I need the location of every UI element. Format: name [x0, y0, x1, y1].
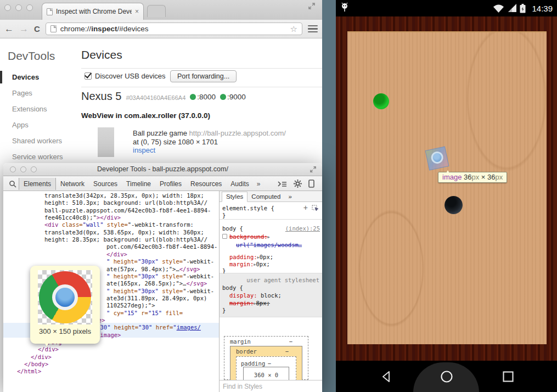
window-controls [4, 4, 33, 11]
sidebar-item-service-workers[interactable]: Service workers [0, 149, 81, 165]
code-line[interactable]: " cy="15" r="15" fill= [106, 310, 183, 317]
expand-window-icon[interactable] [308, 2, 316, 10]
code-line[interactable]: </html> [17, 368, 41, 375]
styles-tab-computed[interactable]: Computed [247, 192, 284, 201]
expand-window-icon[interactable] [310, 166, 317, 173]
devtools-tab-elements[interactable]: Elements [19, 178, 56, 190]
devtools-tab-sources[interactable]: Sources [89, 178, 122, 190]
code-line[interactable]: </div> [106, 251, 127, 258]
game-board[interactable]: image 36px × 36px [347, 31, 547, 344]
inspect-link[interactable]: inspect [133, 146, 155, 154]
android-recents-button[interactable] [502, 370, 515, 383]
code-line[interactable]: " height="30px" style="-webkit- [106, 273, 214, 280]
styles-tab-more[interactable]: » [284, 192, 295, 201]
code-line[interactable]: translate3d(342px, 28.35px, 0px); width:… [44, 192, 204, 199]
devtools-tab-profiles[interactable]: Profiles [155, 178, 186, 190]
close-window-button[interactable] [4, 4, 11, 11]
android-home-button[interactable] [440, 370, 453, 383]
devtools-window-title: Developer Tools - ball-puzzle.appspot.co… [3, 165, 322, 173]
code-line[interactable]: ate(57px, 98.4px);">…</svg> [106, 266, 200, 273]
device-mode-icon[interactable] [308, 180, 314, 188]
code-line[interactable]: height: 28.35px; background: url(blob:ht… [44, 236, 207, 243]
battery-charging-icon [520, 4, 526, 13]
sidebar-item-apps[interactable]: Apps [0, 117, 81, 133]
android-back-button[interactable] [380, 370, 393, 383]
body-rule-section[interactable]: body { (index):25 background:▶ url("imag… [220, 220, 322, 273]
devtools-tab-audits[interactable]: Audits [226, 178, 253, 190]
transparency-checkerboard [38, 270, 92, 324]
new-tab-button[interactable] [147, 5, 166, 17]
code-line[interactable]: ate3d(311.89px, 28.49px, 0px) [106, 295, 207, 302]
code-line[interactable]: pot.com/642ec0b3-fb8f-4ee1-8894- [106, 243, 217, 250]
port-forwarding-button[interactable]: Port forwarding... [170, 70, 237, 82]
devtools-app-title: DevTools [8, 49, 55, 63]
sidebar-item-shared-workers[interactable]: Shared workers [0, 133, 81, 149]
device-row: Nexus 5 #03A404160A4E66A4 :8000 :9000 [81, 90, 246, 103]
css-property-value: url("images/woodsm… [236, 242, 302, 248]
element-style-section[interactable]: element.style { + } [220, 202, 322, 220]
settings-gear-icon[interactable] [294, 180, 302, 188]
forward-button[interactable]: → [19, 24, 29, 35]
element-size-tooltip: image 36px × 36px [438, 172, 507, 183]
bookmark-star-icon[interactable]: ☆ [290, 24, 297, 34]
css-property: display: block; [229, 292, 282, 299]
console-drawer-icon[interactable] [278, 181, 287, 187]
devtools-tab-resources[interactable]: Resources [186, 178, 226, 190]
sidebar-item-devices[interactable]: Devices [0, 69, 81, 85]
minimize-window-button[interactable] [15, 4, 22, 11]
discover-usb-label: Discover USB devices [95, 72, 166, 80]
divider [81, 87, 322, 87]
zoom-window-button[interactable] [26, 4, 33, 11]
rule-selector: body { [222, 225, 243, 232]
page-title: Devices [81, 48, 122, 61]
green-ball[interactable] [373, 93, 389, 109]
code-line[interactable]: </body> [24, 361, 48, 368]
reload-button[interactable]: C [34, 24, 40, 33]
devtools-tab-timeline[interactable]: Timeline [122, 178, 155, 190]
tab-title: Inspect with Chrome Devel [56, 8, 132, 15]
code-line[interactable]: translate3d(0px, 538.65px, 0px); width: … [44, 229, 204, 236]
elements-panel[interactable]: translate3d(342px, 28.35px, 0px); width:… [3, 191, 219, 392]
styles-tab-styles[interactable]: Styles [222, 192, 247, 202]
dark-ball[interactable] [445, 196, 463, 214]
stylesheet-source-link[interactable]: (index):25 [285, 225, 320, 232]
code-line[interactable]: <div class="wall" style="-webkit-transfo… [44, 221, 194, 228]
chrome-icon-piece-highlighted[interactable] [426, 147, 449, 170]
page-item-geometry: at (0, 75) size 1080 × 1701 [133, 138, 218, 146]
code-line[interactable]: fee461cc40c8);"></div> [44, 214, 121, 221]
page-thumbnail [98, 127, 114, 157]
sidebar-item-extensions[interactable]: Extensions [0, 101, 81, 117]
inspect-cursor-icon[interactable] [312, 205, 319, 211]
code-line[interactable]: </div> [31, 354, 52, 361]
chrome-menu-icon[interactable] [308, 25, 318, 33]
styles-sidebar: StylesComputed» element.style { + } body… [220, 191, 322, 392]
address-bar[interactable]: chrome://inspect/#devices ☆ [46, 23, 302, 35]
code-line[interactable]: ate(165px, 268.5px);">…</svg> [106, 280, 207, 287]
page-item-url: http://ball-puzzle.appspot.com/ [187, 129, 286, 137]
code-line[interactable]: " height="30px" style="-webkit- [106, 288, 214, 295]
box-model-diagram[interactable]: margin− border− padding − 360 × 0 [224, 336, 308, 380]
more-tabs-icon[interactable]: » [254, 180, 264, 188]
chrome-logo-preview [39, 271, 91, 323]
port-status-icon [220, 94, 226, 100]
find-in-styles-input[interactable]: Find in Styles [220, 380, 322, 392]
tab-close-icon[interactable]: × [135, 8, 139, 15]
device-serial: #03A404160A4E66A4 [126, 94, 185, 101]
devtools-tab-network[interactable]: Network [56, 178, 89, 190]
code-line[interactable]: height: 510.3px; background: url(blob:ht… [44, 199, 207, 206]
discover-usb-checkbox[interactable] [85, 72, 92, 80]
sidebar-item-pages[interactable]: Pages [0, 85, 81, 101]
new-style-rule-icon[interactable]: + [303, 203, 308, 212]
devtools-titlebar[interactable]: Developer Tools - ball-puzzle.appspot.co… [3, 163, 322, 176]
back-button[interactable]: ← [4, 24, 14, 35]
rule-selector: body { [222, 284, 243, 291]
inspect-element-icon[interactable] [9, 180, 16, 188]
code-line[interactable]: " height="30px" style="-webkit- [106, 258, 214, 265]
url-text[interactable]: chrome://inspect/#devices [60, 25, 149, 33]
code-line[interactable]: 1102527deg);"> [106, 302, 155, 309]
user-agent-stylesheet-label: user agent stylesheet [246, 277, 319, 283]
property-toggle-checkbox[interactable] [222, 234, 227, 239]
page-favicon [47, 8, 53, 15]
code-line[interactable]: ball-puzzle.appspot.com/642ec0b3-fb8f-4e… [44, 207, 211, 214]
browser-tab[interactable]: Inspect with Chrome Devel × [42, 3, 144, 20]
